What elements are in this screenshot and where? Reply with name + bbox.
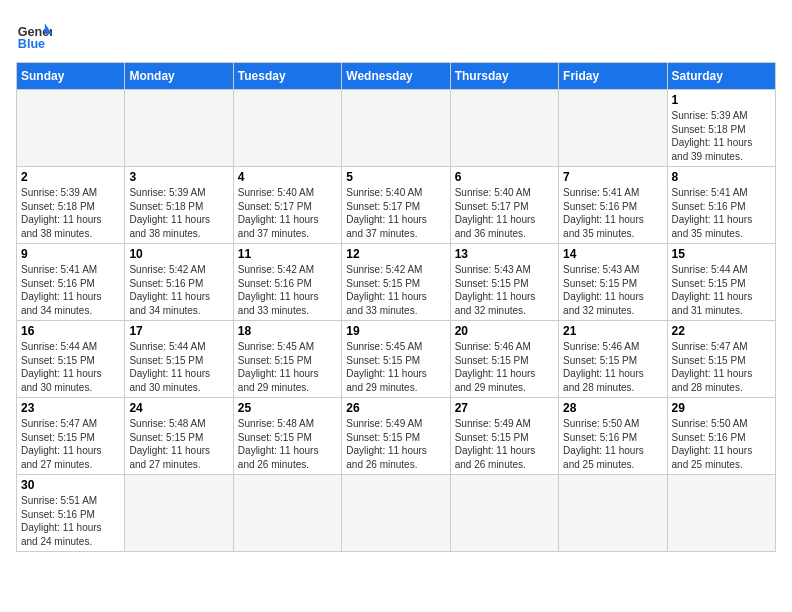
day-number: 30 — [21, 478, 120, 492]
col-header-sunday: Sunday — [17, 63, 125, 90]
day-number: 29 — [672, 401, 771, 415]
day-number: 23 — [21, 401, 120, 415]
calendar-cell — [342, 475, 450, 552]
calendar-cell — [233, 475, 341, 552]
day-number: 11 — [238, 247, 337, 261]
calendar-week-5: 23Sunrise: 5:47 AMSunset: 5:15 PMDayligh… — [17, 398, 776, 475]
calendar-cell: 2Sunrise: 5:39 AMSunset: 5:18 PMDaylight… — [17, 167, 125, 244]
calendar-cell: 16Sunrise: 5:44 AMSunset: 5:15 PMDayligh… — [17, 321, 125, 398]
day-info: Sunrise: 5:45 AMSunset: 5:15 PMDaylight:… — [346, 340, 445, 394]
day-info: Sunrise: 5:42 AMSunset: 5:16 PMDaylight:… — [238, 263, 337, 317]
calendar-cell: 8Sunrise: 5:41 AMSunset: 5:16 PMDaylight… — [667, 167, 775, 244]
col-header-saturday: Saturday — [667, 63, 775, 90]
day-number: 28 — [563, 401, 662, 415]
day-info: Sunrise: 5:44 AMSunset: 5:15 PMDaylight:… — [129, 340, 228, 394]
calendar-cell: 30Sunrise: 5:51 AMSunset: 5:16 PMDayligh… — [17, 475, 125, 552]
day-number: 2 — [21, 170, 120, 184]
day-number: 8 — [672, 170, 771, 184]
calendar-cell — [233, 90, 341, 167]
calendar-week-1: 1Sunrise: 5:39 AMSunset: 5:18 PMDaylight… — [17, 90, 776, 167]
calendar-cell: 11Sunrise: 5:42 AMSunset: 5:16 PMDayligh… — [233, 244, 341, 321]
calendar-cell: 6Sunrise: 5:40 AMSunset: 5:17 PMDaylight… — [450, 167, 558, 244]
calendar-week-6: 30Sunrise: 5:51 AMSunset: 5:16 PMDayligh… — [17, 475, 776, 552]
calendar-cell — [667, 475, 775, 552]
day-number: 4 — [238, 170, 337, 184]
day-number: 6 — [455, 170, 554, 184]
logo-icon: General Blue — [16, 16, 52, 52]
day-info: Sunrise: 5:41 AMSunset: 5:16 PMDaylight:… — [21, 263, 120, 317]
day-info: Sunrise: 5:47 AMSunset: 5:15 PMDaylight:… — [21, 417, 120, 471]
day-info: Sunrise: 5:41 AMSunset: 5:16 PMDaylight:… — [563, 186, 662, 240]
day-number: 17 — [129, 324, 228, 338]
page-header: General Blue — [16, 16, 776, 52]
col-header-thursday: Thursday — [450, 63, 558, 90]
calendar-cell: 28Sunrise: 5:50 AMSunset: 5:16 PMDayligh… — [559, 398, 667, 475]
day-info: Sunrise: 5:50 AMSunset: 5:16 PMDaylight:… — [672, 417, 771, 471]
calendar-cell: 18Sunrise: 5:45 AMSunset: 5:15 PMDayligh… — [233, 321, 341, 398]
col-header-friday: Friday — [559, 63, 667, 90]
day-info: Sunrise: 5:42 AMSunset: 5:16 PMDaylight:… — [129, 263, 228, 317]
day-info: Sunrise: 5:43 AMSunset: 5:15 PMDaylight:… — [563, 263, 662, 317]
col-header-tuesday: Tuesday — [233, 63, 341, 90]
day-number: 3 — [129, 170, 228, 184]
day-number: 21 — [563, 324, 662, 338]
day-number: 20 — [455, 324, 554, 338]
svg-text:Blue: Blue — [18, 37, 45, 51]
calendar-cell: 20Sunrise: 5:46 AMSunset: 5:15 PMDayligh… — [450, 321, 558, 398]
col-header-wednesday: Wednesday — [342, 63, 450, 90]
day-number: 19 — [346, 324, 445, 338]
calendar-cell: 7Sunrise: 5:41 AMSunset: 5:16 PMDaylight… — [559, 167, 667, 244]
day-info: Sunrise: 5:47 AMSunset: 5:15 PMDaylight:… — [672, 340, 771, 394]
day-info: Sunrise: 5:46 AMSunset: 5:15 PMDaylight:… — [455, 340, 554, 394]
day-number: 14 — [563, 247, 662, 261]
calendar-cell: 29Sunrise: 5:50 AMSunset: 5:16 PMDayligh… — [667, 398, 775, 475]
day-info: Sunrise: 5:42 AMSunset: 5:15 PMDaylight:… — [346, 263, 445, 317]
day-number: 27 — [455, 401, 554, 415]
day-number: 22 — [672, 324, 771, 338]
day-info: Sunrise: 5:48 AMSunset: 5:15 PMDaylight:… — [238, 417, 337, 471]
calendar-cell: 17Sunrise: 5:44 AMSunset: 5:15 PMDayligh… — [125, 321, 233, 398]
day-info: Sunrise: 5:39 AMSunset: 5:18 PMDaylight:… — [129, 186, 228, 240]
calendar-cell: 10Sunrise: 5:42 AMSunset: 5:16 PMDayligh… — [125, 244, 233, 321]
calendar-cell: 1Sunrise: 5:39 AMSunset: 5:18 PMDaylight… — [667, 90, 775, 167]
day-info: Sunrise: 5:44 AMSunset: 5:15 PMDaylight:… — [21, 340, 120, 394]
day-number: 26 — [346, 401, 445, 415]
calendar-cell — [450, 475, 558, 552]
day-number: 18 — [238, 324, 337, 338]
day-info: Sunrise: 5:45 AMSunset: 5:15 PMDaylight:… — [238, 340, 337, 394]
calendar-cell: 22Sunrise: 5:47 AMSunset: 5:15 PMDayligh… — [667, 321, 775, 398]
day-info: Sunrise: 5:40 AMSunset: 5:17 PMDaylight:… — [346, 186, 445, 240]
col-header-monday: Monday — [125, 63, 233, 90]
calendar-cell: 13Sunrise: 5:43 AMSunset: 5:15 PMDayligh… — [450, 244, 558, 321]
day-info: Sunrise: 5:48 AMSunset: 5:15 PMDaylight:… — [129, 417, 228, 471]
calendar-cell — [559, 90, 667, 167]
day-info: Sunrise: 5:50 AMSunset: 5:16 PMDaylight:… — [563, 417, 662, 471]
day-info: Sunrise: 5:51 AMSunset: 5:16 PMDaylight:… — [21, 494, 120, 548]
day-number: 13 — [455, 247, 554, 261]
day-number: 1 — [672, 93, 771, 107]
day-info: Sunrise: 5:43 AMSunset: 5:15 PMDaylight:… — [455, 263, 554, 317]
day-number: 12 — [346, 247, 445, 261]
calendar-week-3: 9Sunrise: 5:41 AMSunset: 5:16 PMDaylight… — [17, 244, 776, 321]
calendar-cell: 4Sunrise: 5:40 AMSunset: 5:17 PMDaylight… — [233, 167, 341, 244]
day-info: Sunrise: 5:41 AMSunset: 5:16 PMDaylight:… — [672, 186, 771, 240]
calendar-cell: 23Sunrise: 5:47 AMSunset: 5:15 PMDayligh… — [17, 398, 125, 475]
calendar-table: SundayMondayTuesdayWednesdayThursdayFrid… — [16, 62, 776, 552]
day-info: Sunrise: 5:40 AMSunset: 5:17 PMDaylight:… — [238, 186, 337, 240]
calendar-cell — [559, 475, 667, 552]
day-number: 16 — [21, 324, 120, 338]
day-number: 10 — [129, 247, 228, 261]
calendar-cell — [450, 90, 558, 167]
day-info: Sunrise: 5:49 AMSunset: 5:15 PMDaylight:… — [346, 417, 445, 471]
calendar-cell: 26Sunrise: 5:49 AMSunset: 5:15 PMDayligh… — [342, 398, 450, 475]
day-info: Sunrise: 5:39 AMSunset: 5:18 PMDaylight:… — [21, 186, 120, 240]
calendar-cell — [125, 90, 233, 167]
day-number: 7 — [563, 170, 662, 184]
calendar-cell — [342, 90, 450, 167]
calendar-week-4: 16Sunrise: 5:44 AMSunset: 5:15 PMDayligh… — [17, 321, 776, 398]
day-info: Sunrise: 5:44 AMSunset: 5:15 PMDaylight:… — [672, 263, 771, 317]
day-info: Sunrise: 5:39 AMSunset: 5:18 PMDaylight:… — [672, 109, 771, 163]
day-number: 24 — [129, 401, 228, 415]
day-info: Sunrise: 5:46 AMSunset: 5:15 PMDaylight:… — [563, 340, 662, 394]
calendar-header-row: SundayMondayTuesdayWednesdayThursdayFrid… — [17, 63, 776, 90]
